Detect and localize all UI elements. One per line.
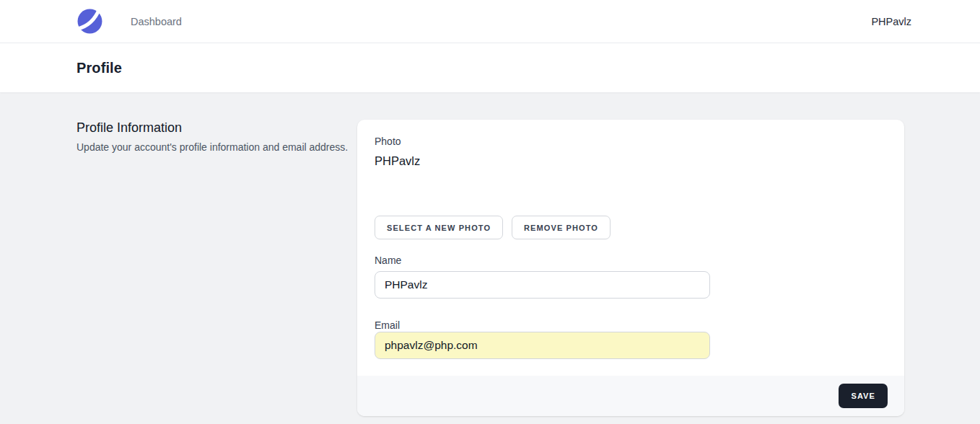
nav-link-dashboard[interactable]: Dashboard [131,0,182,43]
remove-photo-button[interactable]: REMOVE PHOTO [512,216,611,239]
select-new-photo-button[interactable]: SELECT A NEW PHOTO [375,216,503,239]
app-logo-icon[interactable] [76,8,103,35]
email-label: Email [375,319,400,331]
page-header: Profile [0,43,980,92]
profile-form-card: Photo PHPavlz SELECT A NEW PHOTO REMOVE … [357,120,904,416]
card-footer: SAVE [357,376,904,416]
photo-buttons-row: SELECT A NEW PHOTO REMOVE PHOTO [375,216,611,239]
section-title: Profile Information [76,120,351,136]
email-input[interactable] [375,332,710,359]
photo-label: Photo [375,136,401,147]
save-button[interactable]: SAVE [839,384,888,408]
photo-preview: PHPavlz [375,154,420,168]
section-intro: Profile Information Update your account'… [76,120,351,153]
name-input[interactable] [375,271,710,299]
top-nav: Dashboard PHPavlz [0,0,980,43]
name-label: Name [375,255,401,266]
user-menu-button[interactable]: PHPavlz [867,0,916,43]
page-title: Profile [76,60,122,76]
section-description: Update your account's profile informatio… [76,141,351,153]
